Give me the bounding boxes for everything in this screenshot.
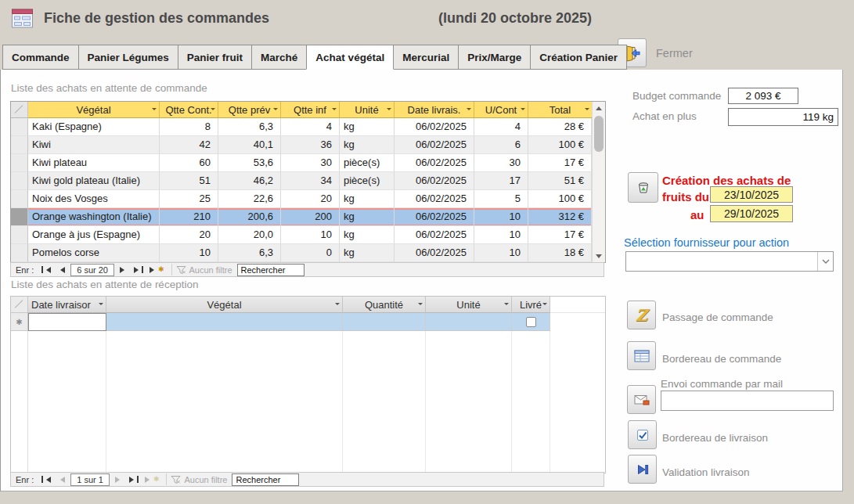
sort-asc-icon[interactable] [335, 303, 340, 308]
new-record-icon[interactable]: ✱ [150, 266, 164, 273]
dropdown-arrow-icon[interactable] [152, 108, 157, 113]
search-input[interactable]: Rechercher [237, 264, 304, 276]
validate-delivery-button[interactable] [628, 455, 657, 484]
cell-u-cont[interactable]: 17 [474, 172, 528, 190]
date-to-field[interactable]: 29/10/2025 [710, 205, 793, 222]
cell-qtte-prev[interactable]: 22,6 [218, 190, 281, 208]
cell-qtte-cont[interactable]: 10 [160, 244, 218, 262]
cell-qtte-cont[interactable]: 42 [160, 136, 218, 154]
cell-vegetal[interactable]: Kiwi plateau [28, 154, 160, 172]
place-order-button[interactable]: Z [627, 301, 656, 329]
cell-date-livrais[interactable]: 06/02/2025 [395, 154, 474, 172]
cell-unite[interactable]: kg [340, 136, 395, 154]
cell-total[interactable]: 100 € [528, 136, 592, 154]
table-row[interactable]: Kiwi 42 40,1 36 kg 06/02/2025 6 100 € [11, 136, 605, 154]
dropdown-arrow-icon[interactable] [467, 108, 471, 113]
cell-u-cont[interactable]: 6 [474, 136, 528, 154]
dropdown-arrow-icon[interactable] [521, 108, 525, 113]
cell-date-livraison-edit[interactable] [28, 313, 106, 331]
row-selector[interactable] [11, 208, 28, 226]
column-header-total[interactable]: Total [528, 102, 592, 118]
filter-status[interactable]: Aucun filtre [171, 475, 227, 484]
select-all-corner[interactable] [11, 297, 28, 313]
sort-asc-icon[interactable] [99, 303, 103, 308]
cell-qtte-inf[interactable]: 200 [281, 208, 340, 226]
cell-unite[interactable]: pièce(s) [340, 154, 395, 172]
cell-vegetal[interactable]: Noix des Vosges [28, 190, 160, 208]
first-record-icon[interactable] [41, 476, 51, 483]
filter-status[interactable]: Aucun filtre [176, 265, 232, 275]
cell-date-livrais[interactable]: 06/02/2025 [395, 208, 474, 226]
tab[interactable]: Commande [2, 45, 79, 70]
cell-u-cont[interactable]: 10 [474, 226, 528, 244]
cell-vegetal[interactable]: Pomelos corse [28, 244, 160, 262]
chevron-down-icon[interactable] [817, 252, 833, 271]
dropdown-arrow-icon[interactable] [504, 303, 509, 308]
cell-qtte-inf[interactable]: 10 [281, 226, 340, 244]
new-record-icon[interactable]: ✱ [145, 476, 160, 483]
column-header-date-livraison[interactable]: Date livraisor [28, 297, 106, 313]
search-input[interactable]: Rechercher [232, 473, 299, 486]
cell-total[interactable]: 312 € [528, 208, 592, 226]
column-header-qtte-prev[interactable]: Qtte prév [218, 102, 281, 118]
cell-qtte-cont[interactable]: 210 [160, 208, 218, 226]
cell-u-cont[interactable]: 10 [474, 208, 528, 226]
cell-vegetal[interactable]: Orange à jus (Espagne) [28, 226, 160, 244]
cell-vegetal[interactable]: Kiwi [28, 136, 160, 154]
cell-date-livrais[interactable]: 06/02/2025 [395, 136, 474, 154]
column-header-qtte-cont[interactable]: Qtte Cont. [160, 102, 218, 118]
cell-total[interactable]: 18 € [528, 244, 592, 262]
cell-qtte-cont[interactable]: 8 [160, 118, 218, 136]
cell-livre[interactable] [512, 313, 550, 331]
row-selector[interactable] [11, 118, 28, 136]
dropdown-arrow-icon[interactable] [273, 108, 278, 113]
cell-unite[interactable]: kg [340, 118, 395, 136]
cell-u-cont[interactable]: 5 [474, 190, 528, 208]
cell-unite[interactable]: kg [340, 190, 395, 208]
cell-qtte-prev[interactable]: 6,3 [218, 118, 281, 136]
cell-qtte-prev[interactable]: 20,0 [218, 226, 281, 244]
select-all-corner[interactable] [11, 102, 28, 118]
column-header-vegetal[interactable]: Végétal [106, 297, 343, 313]
cell-u-cont[interactable]: 4 [474, 118, 528, 136]
row-selector[interactable] [11, 226, 28, 244]
cell-date-livrais[interactable]: 06/02/2025 [395, 226, 474, 244]
cell-unite[interactable]: kg [340, 244, 395, 262]
cell-vegetal[interactable]: Kaki (Espagne) [28, 118, 160, 136]
table-row[interactable]: Orange à jus (Espagne) 20 20,0 10 kg 06/… [11, 226, 605, 244]
table-row[interactable]: Pomelos corse 10 6,3 0 kg 06/02/2025 10 … [11, 244, 605, 262]
cell-unite[interactable]: kg [340, 226, 395, 244]
table-row[interactable]: Kaki (Espagne) 8 6,3 4 kg 06/02/2025 4 2… [11, 118, 605, 136]
cell-qtte-inf[interactable]: 4 [281, 118, 340, 136]
cell-qtte-inf[interactable]: 30 [281, 154, 340, 172]
last-record-icon[interactable] [134, 266, 143, 273]
column-header-unite[interactable]: Unité [426, 297, 512, 313]
create-purchases-button[interactable] [628, 172, 658, 203]
table-row[interactable]: Noix des Vosges 25 22,6 20 kg 06/02/2025… [11, 190, 605, 208]
column-header-u-cont[interactable]: U/Cont [474, 102, 528, 118]
cell-vegetal[interactable]: Orange washington (Italie) [28, 208, 160, 226]
cell-total[interactable]: 51 € [528, 172, 592, 190]
table-row[interactable]: Kiwi gold plateau (Italie) 51 46,2 34 pi… [11, 172, 605, 190]
tab[interactable]: Panier fruit [178, 45, 252, 70]
cell-qtte-prev[interactable]: 200,6 [218, 208, 281, 226]
cell-qtte-inf[interactable]: 0 [281, 244, 340, 262]
table-row[interactable]: Kiwi plateau 60 53,6 30 pièce(s) 06/02/2… [11, 154, 605, 172]
next-record-icon[interactable] [115, 477, 123, 483]
column-header-quantite[interactable]: Quantité [343, 297, 426, 313]
dropdown-arrow-icon[interactable] [585, 108, 589, 113]
dropdown-arrow-icon[interactable] [542, 303, 547, 308]
tab[interactable]: Création Panier [530, 45, 627, 70]
column-header-qtte-inf[interactable]: Qtte inf [281, 102, 340, 118]
cell-date-livrais[interactable]: 06/02/2025 [395, 244, 474, 262]
dropdown-arrow-icon[interactable] [332, 108, 337, 113]
cell-qtte-cont[interactable]: 25 [160, 190, 218, 208]
cell-vegetal[interactable]: Kiwi gold plateau (Italie) [28, 172, 160, 190]
column-header-date-livrais[interactable]: Date livrais. [395, 102, 474, 118]
vertical-scrollbar[interactable] [592, 102, 605, 262]
send-order-mail-button[interactable] [627, 385, 656, 414]
budget-value-field[interactable]: 2 093 € [728, 88, 798, 104]
row-selector[interactable] [11, 172, 28, 190]
dropdown-arrow-icon[interactable] [211, 108, 215, 113]
cell-u-cont[interactable]: 30 [474, 154, 528, 172]
